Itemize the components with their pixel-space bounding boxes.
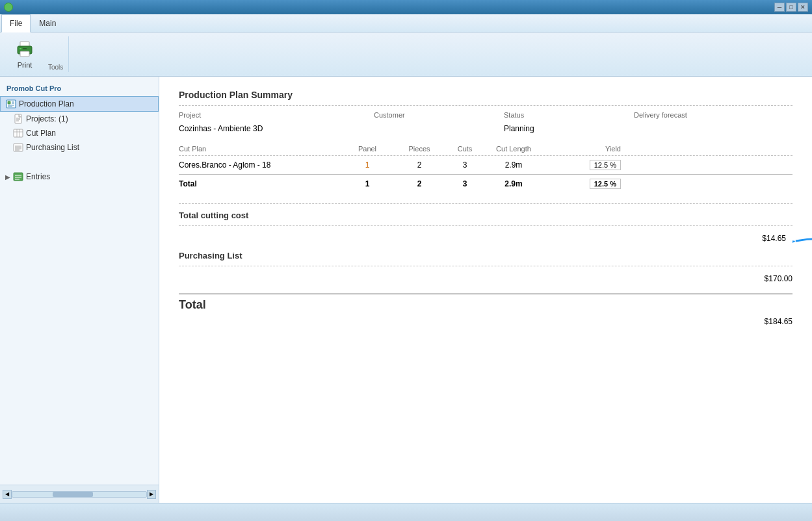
maximize-button[interactable]: □ <box>786 3 796 12</box>
divider-1 <box>179 105 792 106</box>
production-plan-icon <box>6 99 16 109</box>
project-values: Cozinhas - Ambiente 3D Planning <box>179 124 792 133</box>
sidebar-title: Promob Cut Pro <box>0 82 159 96</box>
svg-rect-4 <box>23 48 27 49</box>
project-value: Cozinhas - Ambiente 3D <box>179 124 374 133</box>
purchasing-list-section-label: Purchasing List <box>179 251 792 260</box>
status-bar <box>0 503 812 521</box>
purchasing-list-icon <box>13 142 23 153</box>
col-cut-length: Cut Length <box>484 145 543 153</box>
svg-rect-16 <box>14 129 23 137</box>
cost-arrow-indicator <box>792 231 812 251</box>
title-bar-controls[interactable]: ─ □ ✕ <box>774 3 808 12</box>
projects-label: Projects: (1) <box>26 114 68 123</box>
cut-plan-label: Cut Plan <box>26 129 56 138</box>
menu-file[interactable]: File <box>1 14 31 32</box>
svg-rect-3 <box>20 48 21 49</box>
sidebar-scrollbar-area: ◀ ▶ <box>0 485 159 503</box>
grand-total-section: Total $184.65 <box>179 294 792 329</box>
total-cut-length: 2.9m <box>484 179 543 188</box>
scrollbar-thumb[interactable] <box>53 492 93 497</box>
app-icon <box>4 3 13 12</box>
table-header: Cut Plan Panel Pieces Cuts Cut Length Yi… <box>179 142 792 156</box>
sidebar-item-purchasing-list[interactable]: Purchasing List <box>0 140 159 155</box>
purchasing-list-label: Purchasing List <box>26 143 79 152</box>
row-cut-length: 2.9m <box>484 160 543 170</box>
total-yield-value: 12.5 % <box>594 180 616 188</box>
print-label: Print <box>18 61 33 69</box>
row-pieces: 2 <box>393 160 445 170</box>
sidebar-tree: Production Plan Projects: (1) <box>0 96 159 155</box>
total-yield: 12.5 % <box>543 179 621 189</box>
divider-2 <box>179 225 792 226</box>
scroll-right-button[interactable]: ▶ <box>147 490 156 499</box>
scroll-left-button[interactable]: ◀ <box>3 490 12 499</box>
entries-label: Entries <box>26 172 50 181</box>
sidebar: Promob Cut Pro <box>0 77 159 503</box>
project-headers: Project Customer Status Delivery forecas… <box>179 111 792 119</box>
section-title: Production Plan Summary <box>179 90 792 100</box>
total-panel: 1 <box>341 179 393 188</box>
grand-total-label: Total <box>179 294 792 312</box>
sidebar-arrow-indicator <box>0 97 1 117</box>
col-panel: Panel <box>341 145 393 153</box>
scrollbar-track[interactable] <box>12 491 147 498</box>
grand-total-value: $184.65 <box>179 314 792 329</box>
print-button[interactable]: Print <box>7 36 43 73</box>
col-pieces: Pieces <box>393 145 445 153</box>
total-cuts: 3 <box>445 179 484 188</box>
content-area: Production Plan Summary Project Customer… <box>159 77 812 503</box>
sidebar-item-projects[interactable]: Projects: (1) <box>0 112 159 126</box>
project-header: Project <box>179 111 374 119</box>
table-total-row: Total 1 2 3 2.9m 12.5 % <box>179 174 792 193</box>
sidebar-item-entries[interactable]: ▶ Entries <box>0 168 159 186</box>
customer-header: Customer <box>374 111 504 119</box>
entries-section: ▶ Entries <box>0 168 159 186</box>
toolbar: Print Tools <box>0 32 812 77</box>
svg-rect-2 <box>20 51 29 57</box>
delivery-header: Delivery forecast <box>634 111 792 119</box>
purchasing-list-section: Purchasing List $170.00 <box>179 251 792 286</box>
tools-section: Tools <box>43 36 69 72</box>
close-button[interactable]: ✕ <box>798 3 808 12</box>
row-yield: 12.5 % <box>543 160 621 170</box>
title-bar: ─ □ ✕ <box>0 0 812 14</box>
production-plan-label: Production Plan <box>19 99 74 108</box>
sidebar-item-cut-plan[interactable]: Cut Plan <box>0 126 159 140</box>
yield-value: 12.5 % <box>594 161 616 169</box>
divider-3 <box>179 266 792 266</box>
minimize-button[interactable]: ─ <box>774 3 785 12</box>
menu-bar: File Main <box>0 14 812 32</box>
cutting-cost-section: Total cutting cost $14.65 <box>179 203 792 246</box>
col-yield: Yield <box>543 145 621 153</box>
svg-rect-12 <box>15 114 21 123</box>
total-yield-box: 12.5 % <box>590 179 621 189</box>
status-header: Status <box>504 111 634 119</box>
total-label: Total <box>179 179 341 188</box>
tools-label: Tools <box>48 62 63 71</box>
cutting-cost-amount: $14.65 <box>762 234 786 243</box>
projects-icon <box>13 114 23 124</box>
customer-value <box>374 124 504 133</box>
entries-icon <box>13 172 23 182</box>
cutting-cost-label: Total cutting cost <box>179 210 792 220</box>
row-cuts: 3 <box>445 160 484 170</box>
sidebar-item-production-plan[interactable]: Production Plan <box>0 96 159 112</box>
col-cut-plan: Cut Plan <box>179 145 341 153</box>
purchasing-list-value: $170.00 <box>179 272 792 286</box>
delivery-value <box>634 124 792 133</box>
sidebar-scrollbar[interactable]: ◀ ▶ <box>0 485 159 503</box>
svg-rect-7 <box>8 101 10 104</box>
cut-plan-icon <box>13 128 23 138</box>
col-cuts: Cuts <box>445 145 484 153</box>
menu-main[interactable]: Main <box>31 14 64 32</box>
main-layout: Promob Cut Pro <box>0 77 812 503</box>
cutting-cost-row: $14.65 <box>179 231 792 246</box>
table-row: Cores.Branco - Aglom - 18 1 2 3 2.9m 12.… <box>179 156 792 174</box>
cutting-cost-value: $14.65 <box>179 231 786 246</box>
expand-arrow-icon: ▶ <box>5 173 10 181</box>
row-cut-plan: Cores.Branco - Aglom - 18 <box>179 160 341 170</box>
status-value: Planning <box>504 124 634 133</box>
row-panel: 1 <box>341 160 393 170</box>
print-icon <box>15 40 34 58</box>
